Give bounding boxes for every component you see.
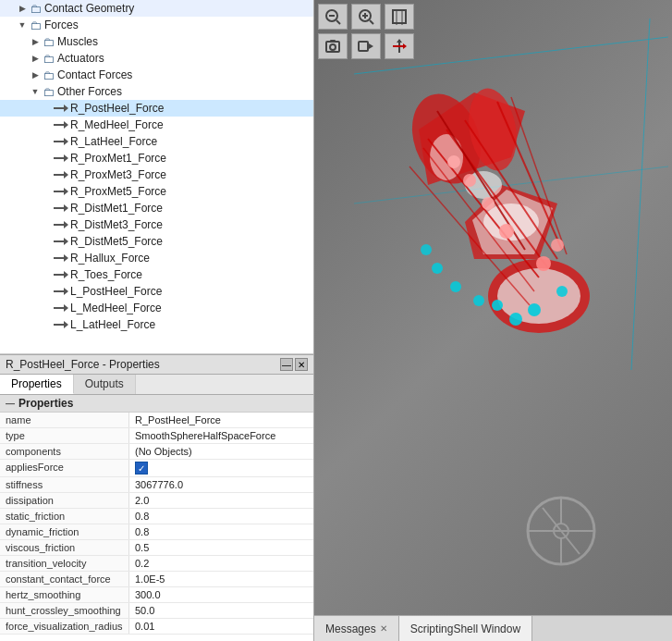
tree-item-r-distmet5-force[interactable]: R_DistMet5_Force [0, 233, 313, 250]
folder-icon: 🗀 [28, 18, 43, 32]
tree-item-actuators[interactable]: ▶ 🗀 Actuators [0, 50, 313, 67]
tree-item-muscles[interactable]: ▶ 🗀 Muscles [0, 33, 313, 50]
axis-button[interactable] [385, 33, 414, 59]
tab-properties[interactable]: Properties [0, 375, 74, 394]
prop-row[interactable]: dissipation2.0 [0, 493, 313, 509]
tree-item-l-postheel-force[interactable]: L_PostHeel_Force [0, 283, 313, 300]
tree-label: Actuators [57, 52, 104, 65]
panel-titlebar-buttons: — ✕ [280, 358, 308, 371]
prop-value-cell: 300.0 [129, 587, 313, 602]
tree-item-contact-forces[interactable]: ▶ 🗀 Contact Forces [0, 67, 313, 83]
tree-label: R_MedHeel_Force [70, 118, 164, 131]
applies-force-checkbox[interactable] [135, 462, 148, 475]
prop-value-cell: 0.5 [129, 540, 313, 555]
svg-marker-42 [369, 43, 373, 49]
tree-label: Other Forces [57, 85, 122, 98]
prop-row[interactable]: dynamic_friction0.8 [0, 524, 313, 540]
tree-item-r-proxmet5-force[interactable]: R_ProxMet5_Force [0, 183, 313, 200]
tree-item-r-distmet1-force[interactable]: R_DistMet1_Force [0, 200, 313, 216]
svg-marker-23 [64, 288, 68, 295]
minimize-button[interactable]: — [280, 358, 293, 371]
tab-outputs[interactable]: Outputs [74, 375, 136, 394]
tree-item-contact-geometry[interactable]: ▶ 🗀 Contact Geometry [0, 0, 313, 17]
prop-row[interactable]: typeSmoothSphereHalfSpaceForce [0, 428, 313, 444]
messages-tab-close[interactable]: ✕ [380, 623, 387, 634]
messages-tab-label: Messages [325, 623, 376, 635]
svg-marker-17 [64, 238, 68, 245]
tree-label: R_DistMet1_Force [70, 202, 163, 215]
prop-name-cell: force_visualization_radius [0, 619, 129, 634]
prop-name-cell: hertz_smoothing [0, 587, 129, 602]
record-button[interactable] [351, 33, 381, 59]
prop-row[interactable]: stiffness3067776.0 [0, 477, 313, 493]
svg-point-72 [450, 281, 461, 292]
panel-tabs: Properties Outputs [0, 375, 313, 395]
folder-icon: 🗀 [41, 34, 55, 49]
viewport[interactable] [314, 0, 672, 615]
prop-row[interactable]: appliesForce [0, 460, 313, 477]
svg-point-74 [421, 244, 432, 255]
tree-item-other-forces[interactable]: ▼ 🗀 Other Forces [0, 83, 313, 100]
prop-row[interactable]: viscous_friction0.5 [0, 540, 313, 556]
tree-item-l-latheel-force[interactable]: L_LatHeel_Force [0, 316, 313, 333]
zoom-out-button[interactable] [318, 4, 348, 30]
tree-label: L_LatHeel_Force [70, 318, 155, 331]
svg-point-80 [536, 256, 551, 271]
tree-item-r-latheel-force[interactable]: R_LatHeel_Force [0, 133, 313, 150]
tree-item-r-proxmet1-force[interactable]: R_ProxMet1_Force [0, 150, 313, 166]
tree-item-r-postheel-force[interactable]: R_PostHeel_Force [0, 100, 313, 117]
tree-item-r-toes-force[interactable]: R_Toes_Force [0, 266, 313, 283]
force-arrow-icon [54, 284, 68, 299]
svg-point-75 [556, 286, 568, 297]
svg-point-79 [447, 155, 460, 168]
svg-marker-25 [64, 304, 68, 312]
svg-marker-1 [64, 105, 68, 112]
frame-button[interactable] [385, 4, 414, 30]
svg-marker-44 [397, 39, 402, 43]
tree-label: R_PostHeel_Force [70, 102, 164, 115]
svg-rect-41 [359, 42, 368, 51]
prop-row[interactable]: nameR_PostHeel_Force [0, 413, 313, 428]
tree-item-r-hallux-force[interactable]: R_Hallux_Force [0, 250, 313, 266]
svg-rect-40 [330, 40, 336, 43]
svg-marker-5 [64, 138, 68, 145]
svg-line-30 [336, 20, 340, 24]
prop-value-cell: 0.01 [129, 619, 313, 634]
force-arrow-icon [54, 317, 68, 332]
force-arrow-icon [54, 101, 68, 116]
section-label: Properties [18, 397, 73, 410]
tab-messages[interactable]: Messages ✕ [314, 616, 399, 641]
svg-marker-13 [64, 204, 68, 212]
3d-model [354, 18, 668, 370]
prop-row[interactable]: hertz_smoothing300.0 [0, 587, 313, 603]
force-arrow-icon [54, 117, 68, 132]
tree-item-l-medheel-force[interactable]: L_MedHeel_Force [0, 300, 313, 316]
tree-item-r-medheel-force[interactable]: R_MedHeel_Force [0, 117, 313, 133]
svg-marker-3 [64, 121, 68, 129]
tree-label: R_Hallux_Force [70, 252, 150, 265]
svg-point-71 [473, 295, 484, 306]
prop-row[interactable]: transition_velocity0.2 [0, 556, 313, 572]
tab-scripting-shell[interactable]: ScriptingShell Window [399, 616, 532, 641]
close-button[interactable]: ✕ [295, 358, 308, 371]
prop-row[interactable]: components(No Objects) [0, 444, 313, 460]
tree-item-r-proxmet3-force[interactable]: R_ProxMet3_Force [0, 166, 313, 183]
tree-label: R_ProxMet1_Force [70, 152, 166, 165]
prop-row[interactable]: hunt_crossley_smoothing50.0 [0, 603, 313, 619]
prop-value-cell[interactable] [129, 460, 313, 476]
prop-value-cell: R_PostHeel_Force [129, 413, 313, 427]
prop-value-cell: 0.8 [129, 509, 313, 524]
prop-row[interactable]: constant_contact_force1.0E-5 [0, 572, 313, 587]
prop-value-cell: SmoothSphereHalfSpaceForce [129, 428, 313, 443]
screenshot-button[interactable] [318, 33, 348, 59]
prop-name-cell: dissipation [0, 493, 129, 508]
expand-arrow: ▶ [30, 53, 41, 64]
prop-row[interactable]: force_visualization_radius0.01 [0, 619, 313, 635]
expand-arrow: ▼ [17, 19, 28, 31]
svg-point-81 [551, 239, 564, 252]
tree-item-forces[interactable]: ▼ 🗀 Forces [0, 17, 313, 33]
svg-marker-15 [64, 221, 68, 228]
prop-row[interactable]: static_friction0.8 [0, 509, 313, 524]
zoom-in-button[interactable] [351, 4, 381, 30]
tree-item-r-distmet3-force[interactable]: R_DistMet3_Force [0, 216, 313, 233]
